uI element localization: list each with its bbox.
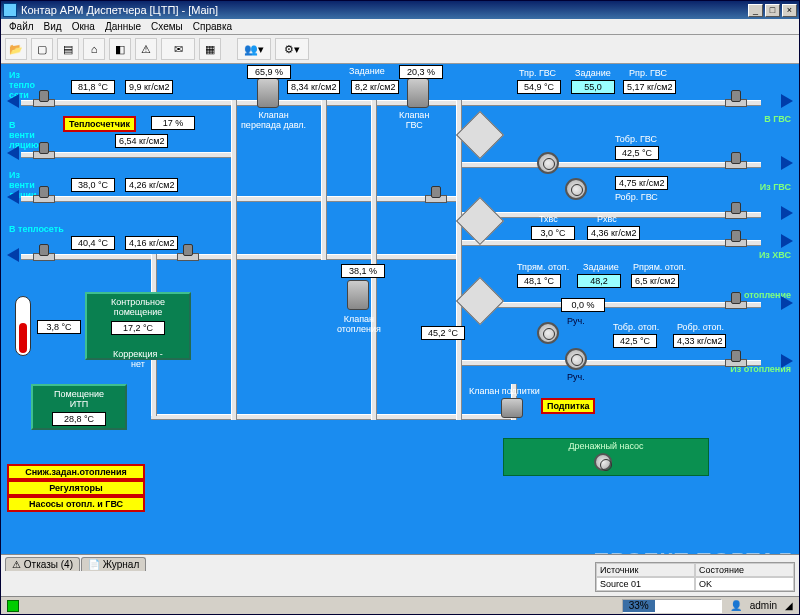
progress-pct: 33% (629, 600, 649, 611)
window-title: Контар АРМ Диспетчера [ЦТП] - [Main] (21, 4, 218, 16)
open-icon[interactable]: 📂 (5, 38, 27, 60)
val-ppram: 6,5 кг/см2 (631, 274, 679, 288)
box-itp: ПомещениеИТП 28,8 °C (31, 384, 127, 430)
tab-otkazy[interactable]: ⚠ Отказы (4) (5, 557, 80, 571)
klapan-podpitki[interactable] (501, 398, 523, 418)
browser-icon[interactable]: ◧ (109, 38, 131, 60)
cap-txvs: Тхвс (539, 214, 558, 224)
menu-data[interactable]: Данные (101, 20, 145, 33)
pump-otop-1[interactable] (537, 322, 559, 344)
home-icon[interactable]: ⌂ (83, 38, 105, 60)
cap-zadanie: Задание (349, 66, 385, 76)
user-icon: 👤 (730, 600, 742, 611)
table-icon[interactable]: ▦ (199, 38, 221, 60)
menu-windows[interactable]: Окна (68, 20, 99, 33)
scada-canvas: Изтеплосети Ввентиляцию Извентиляции В т… (1, 64, 799, 614)
cap-ruch1: Руч. (567, 316, 585, 326)
val-tobrotop: 42,5 °C (613, 334, 657, 348)
thermometer-icon (15, 296, 31, 356)
alarm-icon[interactable]: ⚠ (135, 38, 157, 60)
app-icon (3, 3, 17, 17)
valve-r2[interactable] (721, 152, 749, 174)
itp-t: 28,8 °C (52, 412, 106, 426)
pump-otop-2[interactable] (565, 348, 587, 370)
statusbar: 33% 👤 admin ◢ (1, 596, 799, 614)
doc1-icon[interactable]: ▢ (31, 38, 53, 60)
menu-view[interactable]: Вид (40, 20, 66, 33)
resize-grip-icon[interactable]: ◢ (785, 600, 793, 611)
val-zadgvs[interactable]: 55,0 (571, 80, 615, 94)
val-totop: 45,2 °C (421, 326, 465, 340)
close-button[interactable]: × (782, 4, 797, 17)
val-tret: 40,4 °C (71, 236, 115, 250)
pump-dren[interactable] (594, 453, 612, 471)
val-pctpod: 0,0 % (561, 298, 605, 312)
valve-3[interactable] (29, 186, 57, 208)
cap-klapan-otop: Клапанотопления (337, 314, 381, 334)
btn-teploschetchik[interactable]: Теплосчетчик (63, 116, 136, 132)
val-pmid1: 8,34 кг/см2 (287, 80, 340, 94)
toolbar: 📂 ▢ ▤ ⌂ ◧ ⚠ ✉ ▦ 👥▾ ⚙▾ (1, 35, 799, 64)
cap-pobrotop: Робр. отоп. (677, 322, 724, 332)
btn-sni[interactable]: Сниж.задан.отопления (7, 464, 145, 480)
menu-schemes[interactable]: Схемы (147, 20, 187, 33)
valve-6[interactable] (421, 186, 449, 208)
cap-pprgvs: Рпр. ГВС (629, 68, 667, 78)
valve-r4[interactable] (721, 230, 749, 252)
pump-gvs-2[interactable] (565, 178, 587, 200)
val-pxvs: 4,36 кг/см2 (587, 226, 640, 240)
valve-r3[interactable] (721, 202, 749, 224)
cap-zad2: Задание (575, 68, 611, 78)
arrow-in-1 (7, 94, 19, 108)
btn-podpitka[interactable]: Подпитка (541, 398, 595, 414)
cap-pobrgvs: Робр. ГВС (615, 192, 658, 202)
arrow-r2 (781, 156, 793, 170)
valve-4[interactable] (29, 244, 57, 266)
status-user: admin (750, 600, 777, 611)
itp-title: ПомещениеИТП (36, 389, 122, 409)
cap-klapan-gvs: КлапанГВС (399, 110, 429, 130)
valve-1[interactable] (29, 90, 57, 112)
doc2-icon[interactable]: ▤ (57, 38, 79, 60)
klapan-otop[interactable] (347, 280, 369, 310)
valve-2[interactable] (29, 142, 57, 164)
menu-file[interactable]: Файл (5, 20, 38, 33)
klapan-perepada[interactable] (257, 78, 279, 108)
control-room-t: 17,2 °C (111, 321, 165, 335)
users-icon[interactable]: 👥▾ (237, 38, 271, 60)
box-control-room: Контрольноепомещение 17,2 °C Коррекция -… (85, 292, 191, 360)
tab-journal[interactable]: 📄 Журнал (81, 557, 146, 571)
val-outdoor: 3,8 °C (37, 320, 81, 334)
klapan-gvs[interactable] (407, 78, 429, 108)
cap-tprgvs: Тпр. ГВС (519, 68, 556, 78)
btn-nasos[interactable]: Насосы отопл. и ГВС (7, 496, 145, 512)
pump-gvs-1[interactable] (537, 152, 559, 174)
lbl-iz-gvs: Из ГВС (760, 182, 791, 192)
valve-r1[interactable] (721, 90, 749, 112)
minimize-button[interactable]: _ (748, 4, 763, 17)
lbl-v-teploset: В теплосеть (9, 224, 64, 234)
cap-tpram: Тпрям. отоп. (517, 262, 569, 272)
btn-reg[interactable]: Регуляторы (7, 480, 145, 496)
status-led-icon (7, 600, 19, 612)
valve-r6[interactable] (721, 350, 749, 372)
control-room-title: Контрольноепомещение (90, 297, 186, 317)
source-table: Источник Состояние Source 01 OK (595, 562, 795, 592)
msg-icon[interactable]: ✉ (161, 38, 195, 60)
settings-icon[interactable]: ⚙▾ (275, 38, 309, 60)
val-tobrgvs: 42,5 °C (615, 146, 659, 160)
cap-pxvs: Рхвс (597, 214, 617, 224)
val-tpram: 48,1 °C (517, 274, 561, 288)
arrow-r3 (781, 206, 793, 220)
val-t-in: 81,8 °C (71, 80, 115, 94)
menu-help[interactable]: Справка (189, 20, 236, 33)
val-pmid2: 8,2 кг/см2 (351, 80, 399, 94)
val-p-in: 9,9 кг/см2 (125, 80, 173, 94)
val-tvent: 38,0 °C (71, 178, 115, 192)
cap-klapan-pod: Клапан подпитки (469, 386, 540, 396)
val-zadotop[interactable]: 48,2 (577, 274, 621, 288)
maximize-button[interactable]: □ (765, 4, 780, 17)
val-raskhod: 17 % (151, 116, 195, 130)
valve-r5[interactable] (721, 292, 749, 314)
val-tprgvs: 54,9 °C (517, 80, 561, 94)
